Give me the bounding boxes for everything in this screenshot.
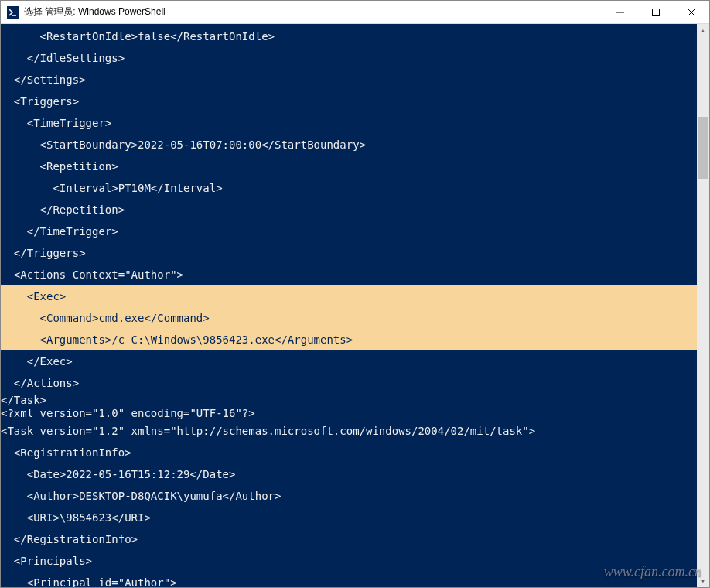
terminal-line: </RegistrationInfo> [1, 528, 709, 550]
terminal-line-selected: <Arguments>/c C:\Windows\9856423.exe</Ar… [1, 329, 709, 350]
terminal-area[interactable]: <RestartOnIdle>false</RestartOnIdle> </I… [1, 24, 709, 587]
terminal-line: </Task> [1, 394, 709, 407]
scroll-down-button[interactable]: ▾ [697, 575, 709, 587]
vertical-scrollbar[interactable]: ▴ ▾ [697, 24, 709, 587]
terminal-line: <Principals> [1, 550, 709, 572]
terminal-line: <RestartOnIdle>false</RestartOnIdle> [1, 26, 709, 47]
window-title: 选择 管理员: Windows PowerShell [24, 5, 602, 19]
terminal-line-selected: <Command>cmd.exe</Command> [1, 307, 709, 329]
terminal-line: <Actions Context="Author"> [1, 264, 709, 285]
terminal-line: </Actions> [1, 372, 709, 394]
terminal-line: <Author>DESKTOP-D8QACIK\yumufa</Author> [1, 485, 709, 507]
terminal-line: </Settings> [1, 69, 709, 91]
terminal-line: </TimeTrigger> [1, 220, 709, 242]
svg-rect-2 [653, 9, 660, 15]
terminal-line: </IdleSettings> [1, 47, 709, 69]
terminal-line: </Repetition> [1, 199, 709, 220]
terminal-line: <Triggers> [1, 91, 709, 112]
window-controls [602, 1, 709, 24]
close-button[interactable] [674, 1, 709, 24]
terminal-line: <Interval>PT10M</Interval> [1, 177, 709, 199]
terminal-line: <TimeTrigger> [1, 112, 709, 134]
minimize-button[interactable] [602, 1, 638, 24]
terminal-line: </Triggers> [1, 242, 709, 264]
terminal-line: <Date>2022-05-16T15:12:29</Date> [1, 463, 709, 485]
terminal-line-selected: <Exec> [1, 285, 709, 307]
window-frame: 选择 管理员: Windows PowerShell <RestartOnIdl… [0, 0, 710, 588]
terminal-line: <RegistrationInfo> [1, 442, 709, 463]
terminal-line: <StartBoundary>2022-05-16T07:00:00</Star… [1, 134, 709, 156]
terminal-line: <Task version="1.2" xmlns="http://schema… [1, 420, 709, 442]
terminal-line: </Exec> [1, 350, 709, 372]
maximize-button[interactable] [638, 1, 674, 24]
powershell-icon [7, 6, 19, 19]
terminal-line: <Principal id="Author"> [1, 572, 709, 587]
terminal-line: <Repetition> [1, 156, 709, 177]
titlebar[interactable]: 选择 管理员: Windows PowerShell [1, 1, 709, 24]
terminal-line: <?xml version="1.0" encoding="UTF-16"?> [1, 407, 709, 420]
scroll-thumb[interactable] [698, 117, 708, 179]
scroll-up-button[interactable]: ▴ [697, 24, 709, 36]
terminal-line: <URI>\9854623</URI> [1, 507, 709, 528]
